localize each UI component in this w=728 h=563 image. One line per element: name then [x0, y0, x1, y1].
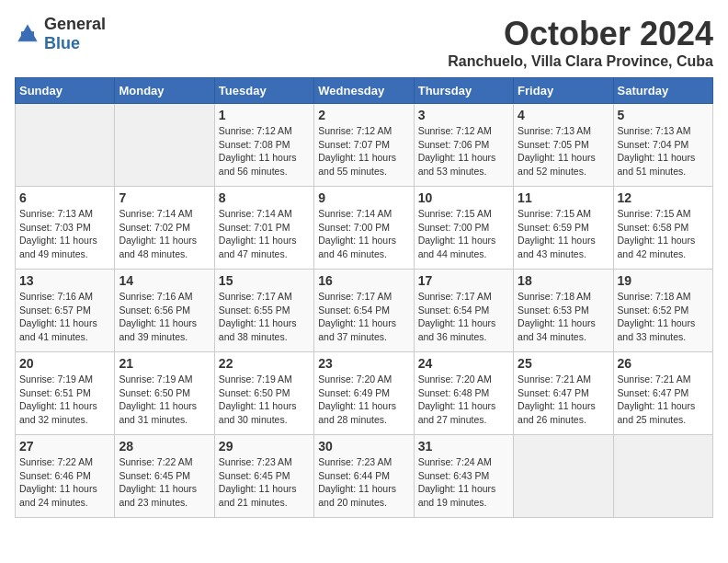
- calendar-cell: 23Sunrise: 7:20 AMSunset: 6:49 PMDayligh…: [314, 352, 414, 435]
- calendar-week-5: 27Sunrise: 7:22 AMSunset: 6:46 PMDayligh…: [16, 435, 713, 518]
- cell-info: Sunrise: 7:12 AMSunset: 7:06 PMDaylight:…: [418, 124, 509, 178]
- logo-text: General Blue: [44, 15, 106, 53]
- cell-info: Sunrise: 7:16 AMSunset: 6:57 PMDaylight:…: [19, 290, 110, 344]
- logo-general: General: [44, 15, 106, 33]
- calendar-cell: 4Sunrise: 7:13 AMSunset: 7:05 PMDaylight…: [514, 104, 613, 187]
- cell-info: Sunrise: 7:20 AMSunset: 6:49 PMDaylight:…: [318, 373, 409, 427]
- svg-rect-2: [21, 31, 34, 38]
- day-number: 26: [618, 356, 709, 371]
- calendar-cell: 19Sunrise: 7:18 AMSunset: 6:52 PMDayligh…: [613, 270, 712, 352]
- day-number: 5: [618, 108, 709, 122]
- calendar-cell: 26Sunrise: 7:21 AMSunset: 6:47 PMDayligh…: [613, 352, 712, 435]
- day-number: 22: [219, 356, 310, 371]
- day-number: 7: [119, 190, 210, 205]
- day-number: 27: [19, 439, 110, 454]
- day-number: 10: [418, 190, 509, 205]
- cell-info: Sunrise: 7:17 AMSunset: 6:54 PMDaylight:…: [318, 290, 409, 344]
- calendar-cell: 5Sunrise: 7:13 AMSunset: 7:04 PMDaylight…: [613, 104, 712, 187]
- day-number: 12: [618, 190, 709, 205]
- location-title: Ranchuelo, Villa Clara Province, Cuba: [448, 53, 713, 70]
- calendar-cell: 6Sunrise: 7:13 AMSunset: 7:03 PMDaylight…: [16, 187, 115, 270]
- calendar-cell: 22Sunrise: 7:19 AMSunset: 6:50 PMDayligh…: [214, 352, 313, 435]
- calendar-week-2: 6Sunrise: 7:13 AMSunset: 7:03 PMDaylight…: [16, 187, 713, 270]
- day-number: 25: [518, 356, 609, 371]
- calendar-cell: 14Sunrise: 7:16 AMSunset: 6:56 PMDayligh…: [115, 270, 214, 352]
- cell-info: Sunrise: 7:19 AMSunset: 6:50 PMDaylight:…: [119, 373, 210, 427]
- day-number: 8: [219, 190, 310, 205]
- calendar-cell: 8Sunrise: 7:14 AMSunset: 7:01 PMDaylight…: [214, 187, 313, 270]
- calendar-table: SundayMondayTuesdayWednesdayThursdayFrid…: [15, 77, 713, 518]
- calendar-cell: 12Sunrise: 7:15 AMSunset: 6:58 PMDayligh…: [613, 187, 712, 270]
- calendar-cell: 31Sunrise: 7:24 AMSunset: 6:43 PMDayligh…: [414, 435, 513, 518]
- day-number: 13: [19, 273, 110, 288]
- calendar-cell: 27Sunrise: 7:22 AMSunset: 6:46 PMDayligh…: [16, 435, 115, 518]
- cell-info: Sunrise: 7:12 AMSunset: 7:07 PMDaylight:…: [318, 124, 409, 178]
- day-number: 11: [518, 190, 609, 205]
- month-title: October 2024: [448, 15, 713, 53]
- calendar-week-4: 20Sunrise: 7:19 AMSunset: 6:51 PMDayligh…: [16, 352, 713, 435]
- day-header-thursday: Thursday: [414, 78, 513, 104]
- calendar-cell: [514, 435, 613, 518]
- day-number: 18: [518, 273, 609, 288]
- cell-info: Sunrise: 7:17 AMSunset: 6:55 PMDaylight:…: [219, 290, 310, 344]
- cell-info: Sunrise: 7:15 AMSunset: 7:00 PMDaylight:…: [418, 207, 509, 261]
- day-number: 15: [219, 273, 310, 288]
- day-number: 20: [19, 356, 110, 371]
- day-number: 9: [318, 190, 409, 205]
- cell-info: Sunrise: 7:14 AMSunset: 7:01 PMDaylight:…: [219, 207, 310, 261]
- cell-info: Sunrise: 7:24 AMSunset: 6:43 PMDaylight:…: [418, 455, 509, 510]
- cell-info: Sunrise: 7:12 AMSunset: 7:08 PMDaylight:…: [219, 124, 310, 178]
- calendar-cell: 1Sunrise: 7:12 AMSunset: 7:08 PMDaylight…: [214, 104, 313, 187]
- calendar-cell: 11Sunrise: 7:15 AMSunset: 6:59 PMDayligh…: [514, 187, 613, 270]
- day-header-sunday: Sunday: [16, 78, 115, 104]
- calendar-cell: 21Sunrise: 7:19 AMSunset: 6:50 PMDayligh…: [115, 352, 214, 435]
- logo: General Blue: [15, 15, 106, 53]
- cell-info: Sunrise: 7:19 AMSunset: 6:50 PMDaylight:…: [219, 373, 310, 427]
- day-number: 16: [318, 273, 409, 288]
- calendar-cell: 20Sunrise: 7:19 AMSunset: 6:51 PMDayligh…: [16, 352, 115, 435]
- cell-info: Sunrise: 7:19 AMSunset: 6:51 PMDaylight:…: [19, 373, 110, 427]
- day-number: 30: [318, 439, 409, 454]
- calendar-cell: [16, 104, 115, 187]
- calendar-cell: 18Sunrise: 7:18 AMSunset: 6:53 PMDayligh…: [514, 270, 613, 352]
- calendar-cell: 3Sunrise: 7:12 AMSunset: 7:06 PMDaylight…: [414, 104, 513, 187]
- calendar-cell: 7Sunrise: 7:14 AMSunset: 7:02 PMDaylight…: [115, 187, 214, 270]
- calendar-cell: 16Sunrise: 7:17 AMSunset: 6:54 PMDayligh…: [314, 270, 414, 352]
- day-header-tuesday: Tuesday: [214, 78, 313, 104]
- calendar-cell: [613, 435, 712, 518]
- day-number: 31: [418, 439, 509, 454]
- logo-blue: Blue: [44, 34, 80, 52]
- calendar-cell: 30Sunrise: 7:23 AMSunset: 6:44 PMDayligh…: [314, 435, 414, 518]
- cell-info: Sunrise: 7:16 AMSunset: 6:56 PMDaylight:…: [119, 290, 210, 344]
- cell-info: Sunrise: 7:22 AMSunset: 6:45 PMDaylight:…: [119, 455, 210, 510]
- cell-info: Sunrise: 7:13 AMSunset: 7:05 PMDaylight:…: [518, 124, 609, 178]
- calendar-header-row: SundayMondayTuesdayWednesdayThursdayFrid…: [16, 78, 713, 104]
- day-header-saturday: Saturday: [613, 78, 712, 104]
- cell-info: Sunrise: 7:22 AMSunset: 6:46 PMDaylight:…: [19, 455, 110, 510]
- day-number: 19: [618, 273, 709, 288]
- day-number: 14: [119, 273, 210, 288]
- cell-info: Sunrise: 7:18 AMSunset: 6:53 PMDaylight:…: [518, 290, 609, 344]
- calendar-cell: 25Sunrise: 7:21 AMSunset: 6:47 PMDayligh…: [514, 352, 613, 435]
- day-number: 21: [119, 356, 210, 371]
- cell-info: Sunrise: 7:15 AMSunset: 6:59 PMDaylight:…: [518, 207, 609, 261]
- cell-info: Sunrise: 7:13 AMSunset: 7:04 PMDaylight:…: [618, 124, 709, 178]
- calendar-cell: 2Sunrise: 7:12 AMSunset: 7:07 PMDaylight…: [314, 104, 414, 187]
- cell-info: Sunrise: 7:18 AMSunset: 6:52 PMDaylight:…: [618, 290, 709, 344]
- cell-info: Sunrise: 7:21 AMSunset: 6:47 PMDaylight:…: [518, 373, 609, 427]
- day-number: 1: [219, 108, 310, 122]
- day-header-wednesday: Wednesday: [314, 78, 414, 104]
- calendar-cell: 10Sunrise: 7:15 AMSunset: 7:00 PMDayligh…: [414, 187, 513, 270]
- calendar-cell: [115, 104, 214, 187]
- day-header-monday: Monday: [115, 78, 214, 104]
- calendar-cell: 13Sunrise: 7:16 AMSunset: 6:57 PMDayligh…: [16, 270, 115, 352]
- day-number: 24: [418, 356, 509, 371]
- cell-info: Sunrise: 7:23 AMSunset: 6:44 PMDaylight:…: [318, 455, 409, 510]
- day-number: 4: [518, 108, 609, 122]
- day-number: 23: [318, 356, 409, 371]
- calendar-week-3: 13Sunrise: 7:16 AMSunset: 6:57 PMDayligh…: [16, 270, 713, 352]
- cell-info: Sunrise: 7:15 AMSunset: 6:58 PMDaylight:…: [618, 207, 709, 261]
- day-number: 6: [19, 190, 110, 205]
- calendar-week-1: 1Sunrise: 7:12 AMSunset: 7:08 PMDaylight…: [16, 104, 713, 187]
- title-area: October 2024 Ranchuelo, Villa Clara Prov…: [448, 15, 713, 70]
